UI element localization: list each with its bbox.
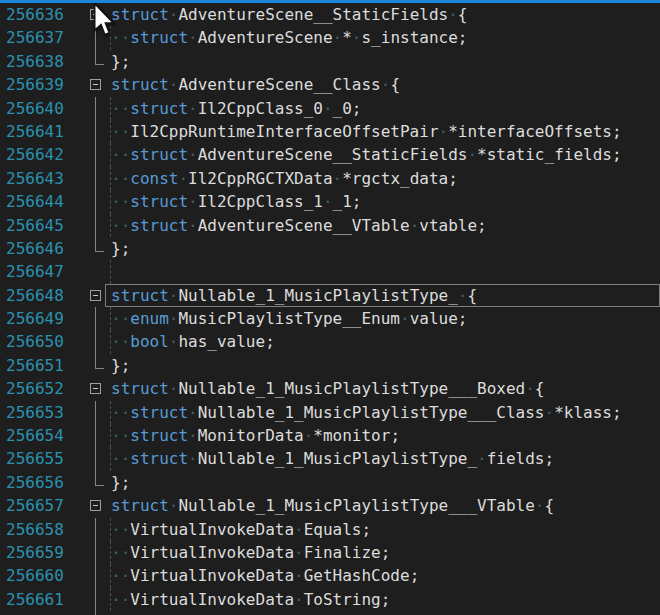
code-text[interactable]: };	[105, 611, 660, 615]
fold-margin[interactable]	[89, 237, 105, 260]
code-editor-viewport[interactable]: 256636struct·AdventureScene__StaticField…	[0, 3, 660, 615]
code-text[interactable]: struct·Nullable_1_MusicPlaylistType_·{	[105, 284, 660, 307]
code-text[interactable]: ··const·Il2CppRGCTXData·*rgctx_data;	[105, 167, 660, 190]
code-text[interactable]: ··Il2CppRuntimeInterfaceOffsetPair·*inte…	[105, 120, 660, 143]
code-text[interactable]: };	[105, 237, 660, 260]
fold-margin[interactable]	[89, 284, 105, 307]
code-line[interactable]: 256644··struct·Il2CppClass_1·_1;	[0, 190, 660, 213]
code-text[interactable]: ··struct·Il2CppClass_1·_1;	[105, 190, 660, 213]
indent-guide-line	[110, 447, 111, 470]
code-line[interactable]: 256654··struct·MonitorData·*monitor;	[0, 424, 660, 447]
fold-margin[interactable]	[89, 260, 105, 283]
fold-margin[interactable]	[89, 401, 105, 424]
fold-margin[interactable]	[89, 307, 105, 330]
code-line[interactable]: 256641··Il2CppRuntimeInterfaceOffsetPair…	[0, 120, 660, 143]
code-text[interactable]: ··struct·AdventureScene·*·s_instance;	[105, 26, 660, 49]
code-line[interactable]: 256640··struct·Il2CppClass_0·_0;	[0, 97, 660, 120]
code-text[interactable]: struct·AdventureScene__StaticFields·{	[105, 3, 660, 26]
code-line[interactable]: 256661··VirtualInvokeData·ToString;	[0, 588, 660, 611]
code-text[interactable]: ··struct·AdventureScene__VTable·vtable;	[105, 214, 660, 237]
code-line[interactable]: 256650··bool·has_value;	[0, 330, 660, 353]
code-line[interactable]: 256655··struct·Nullable_1_MusicPlaylistT…	[0, 447, 660, 470]
fold-extent-line	[95, 190, 96, 213]
fold-margin[interactable]	[89, 377, 105, 400]
fold-collapse-icon[interactable]	[90, 500, 101, 511]
fold-collapse-icon[interactable]	[90, 290, 101, 301]
code-text[interactable]: };	[105, 471, 660, 494]
code-text[interactable]: ··bool·has_value;	[105, 330, 660, 353]
code-text[interactable]: ··VirtualInvokeData·GetHashCode;	[105, 564, 660, 587]
code-line[interactable]: 256657struct·Nullable_1_MusicPlaylistTyp…	[0, 494, 660, 517]
code-line[interactable]: 256643··const·Il2CppRGCTXData·*rgctx_dat…	[0, 167, 660, 190]
code-line[interactable]: 256638};	[0, 50, 660, 73]
code-text[interactable]: ··VirtualInvokeData·Finalize;	[105, 541, 660, 564]
fold-margin[interactable]	[89, 611, 105, 615]
fold-margin[interactable]	[89, 471, 105, 494]
fold-margin[interactable]	[89, 330, 105, 353]
code-text[interactable]: ··VirtualInvokeData·ToString;	[105, 588, 660, 611]
code-text[interactable]: };	[105, 50, 660, 73]
fold-collapse-icon[interactable]	[90, 79, 101, 90]
code-text[interactable]: ··struct·AdventureScene__StaticFields·*s…	[105, 143, 660, 166]
fold-margin[interactable]	[89, 354, 105, 377]
fold-margin[interactable]	[89, 190, 105, 213]
code-text[interactable]: struct·Nullable_1_MusicPlaylistType___Bo…	[105, 377, 660, 400]
code-line[interactable]: 256646};	[0, 237, 660, 260]
code-line[interactable]: 256642··struct·AdventureScene__StaticFie…	[0, 143, 660, 166]
code-text[interactable]: ··struct·MonitorData·*monitor;	[105, 424, 660, 447]
fold-margin[interactable]	[89, 167, 105, 190]
code-text[interactable]: ··struct·Nullable_1_MusicPlaylistType_·f…	[105, 447, 660, 470]
whitespace-dot: ·	[188, 99, 198, 118]
line-number: 256641	[0, 120, 89, 143]
code-text[interactable]: ··VirtualInvokeData·Equals;	[105, 518, 660, 541]
fold-margin[interactable]	[89, 494, 105, 517]
code-text[interactable]: ··struct·Il2CppClass_0·_0;	[105, 97, 660, 120]
code-line[interactable]: 256658··VirtualInvokeData·Equals;	[0, 518, 660, 541]
fold-margin[interactable]	[89, 424, 105, 447]
code-text[interactable]	[105, 260, 660, 283]
fold-margin[interactable]	[89, 120, 105, 143]
fold-margin[interactable]	[89, 447, 105, 470]
code-text[interactable]: ··enum·MusicPlaylistType__Enum·value;	[105, 307, 660, 330]
code-line[interactable]: 256653··struct·Nullable_1_MusicPlaylistT…	[0, 401, 660, 424]
whitespace-dot: ·	[323, 192, 333, 211]
code-line[interactable]: };	[0, 611, 660, 615]
code-text[interactable]: struct·AdventureScene__Class·{	[105, 73, 660, 96]
code-line[interactable]: 256649··enum·MusicPlaylistType__Enum·val…	[0, 307, 660, 330]
fold-margin[interactable]	[89, 50, 105, 73]
fold-margin[interactable]	[89, 214, 105, 237]
fold-margin[interactable]	[89, 143, 105, 166]
fold-margin[interactable]	[89, 588, 105, 611]
code-line[interactable]: 256647	[0, 260, 660, 283]
fold-margin[interactable]	[89, 564, 105, 587]
code-token: Il2CppRuntimeInterfaceOffsetPair	[130, 122, 438, 141]
whitespace-dot: ·	[458, 286, 468, 305]
keyword-token: struct	[130, 426, 188, 445]
fold-extent-line-end	[95, 471, 96, 485]
fold-margin[interactable]	[89, 518, 105, 541]
whitespace-dot: ·	[410, 216, 420, 235]
fold-margin[interactable]	[89, 541, 105, 564]
code-token: Equals;	[304, 520, 371, 539]
code-line[interactable]: 256639struct·AdventureScene__Class·{	[0, 73, 660, 96]
code-text[interactable]: ··struct·Nullable_1_MusicPlaylistType___…	[105, 401, 660, 424]
fold-extent-tick	[95, 368, 104, 369]
code-line[interactable]: 256656};	[0, 471, 660, 494]
code-line[interactable]: 256659··VirtualInvokeData·Finalize;	[0, 541, 660, 564]
code-text[interactable]: };	[105, 354, 660, 377]
indent-guide-line	[110, 541, 111, 564]
whitespace-dot: ··	[111, 426, 130, 445]
code-line[interactable]: 256648struct·Nullable_1_MusicPlaylistTyp…	[0, 284, 660, 307]
code-line[interactable]: 256651};	[0, 354, 660, 377]
fold-margin[interactable]	[89, 73, 105, 96]
fold-margin[interactable]	[89, 97, 105, 120]
whitespace-dot: ·	[169, 332, 179, 351]
keyword-token: struct	[130, 28, 188, 47]
code-line[interactable]: 256652struct·Nullable_1_MusicPlaylistTyp…	[0, 377, 660, 400]
fold-collapse-icon[interactable]	[90, 383, 101, 394]
code-line[interactable]: 256660··VirtualInvokeData·GetHashCode;	[0, 564, 660, 587]
code-text[interactable]: struct·Nullable_1_MusicPlaylistType___VT…	[105, 494, 660, 517]
code-token: };	[111, 52, 130, 71]
whitespace-dot: ·	[169, 309, 179, 328]
code-line[interactable]: 256645··struct·AdventureScene__VTable·vt…	[0, 214, 660, 237]
